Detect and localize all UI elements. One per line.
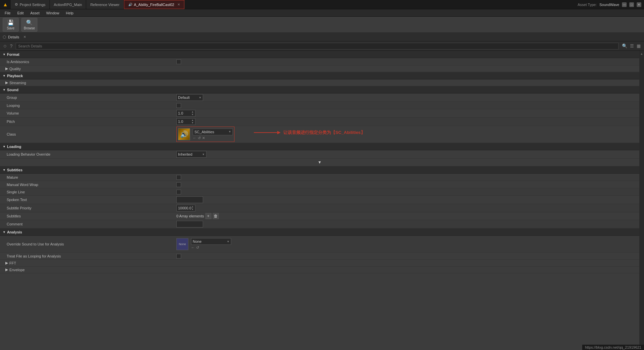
list-view-icon[interactable]: ☰ (629, 43, 635, 49)
tab-project-settings[interactable]: ⚙ Project Settings (11, 0, 50, 9)
pitch-spinner[interactable]: ▲ ▼ (191, 119, 194, 125)
streaming-chevron: ▶ (5, 80, 8, 85)
comment-label: Comment (0, 221, 174, 227)
volume-field[interactable]: 1.0 ▲ ▼ (176, 110, 195, 117)
pitch-down-arrow[interactable]: ▼ (191, 122, 194, 124)
override-sound-dropdown-arrow: ▼ (227, 240, 229, 243)
prop-override-sound: Override Sound to Use for Analysis None … (0, 236, 639, 252)
tab-reference-viewer[interactable]: Reference Viewer (86, 0, 124, 9)
pitch-up-arrow[interactable]: ▲ (191, 119, 194, 122)
section-loading[interactable]: ▼ Loading (0, 143, 639, 150)
maximize-btn[interactable]: □ (629, 2, 634, 7)
annotation-arrow: 让该音频进行指定分类为【SC_Abilities】 (254, 129, 365, 136)
details-tab[interactable]: Details (8, 35, 19, 39)
tab-reference-label: Reference Viewer (90, 3, 119, 7)
search-input[interactable] (16, 43, 619, 49)
save-button[interactable]: 💾 Save (3, 18, 19, 32)
none-thumbnail: None (176, 238, 188, 250)
override-sound-controls: None ▼ ← ↺ (191, 238, 231, 250)
menu-edit[interactable]: Edit (14, 10, 27, 16)
playback-label: Playback (7, 74, 23, 78)
menu-bar: File Edit Asset Window Help (0, 9, 644, 17)
class-back-icon[interactable]: ← (193, 136, 196, 140)
subtitles-add-btn[interactable]: + (205, 213, 211, 219)
subtitle-priority-up-arrow[interactable]: ▲ (191, 205, 194, 208)
subsection-fft[interactable]: ▶ FFT (0, 260, 639, 267)
group-dropdown[interactable]: Default ▼ (176, 94, 203, 101)
expand-more-row[interactable]: ▼ (0, 159, 639, 166)
subsection-quality[interactable]: ▶ Quality (0, 65, 639, 72)
subtitle-priority-spinner[interactable]: ▲ ▼ (191, 205, 194, 211)
subsection-streaming[interactable]: ▶ Streaming (0, 79, 639, 86)
single-line-checkbox[interactable] (176, 190, 181, 194)
sound-chevron: ▼ (3, 88, 6, 92)
browse-icon: 🔍 (26, 19, 33, 26)
looping-checkbox[interactable] (176, 103, 181, 108)
spoken-text-label: Spoken Text (0, 197, 174, 202)
subtitles-delete-btn[interactable]: 🗑 (213, 213, 219, 219)
group-dropdown-value: Default (178, 96, 190, 100)
tab-actionrpg-main[interactable]: ActionRPG_Main (50, 0, 86, 9)
treat-file-looping-checkbox[interactable] (176, 254, 181, 258)
treat-file-looping-label: Treat File as Looping for Analysis (0, 253, 174, 259)
override-sound-browse-icon[interactable]: ↺ (196, 245, 199, 250)
minimize-btn[interactable]: — (622, 2, 627, 7)
tab-close-btn[interactable]: ✕ (177, 3, 180, 6)
subtitles-array-label: Subtitles (0, 213, 174, 219)
subsection-envelope[interactable]: ▶ Envelope (0, 267, 639, 273)
subtitle-priority-value: 10000.0 ▲ ▼ (174, 204, 639, 212)
mature-checkbox[interactable] (176, 175, 181, 180)
search-icon[interactable]: 🔍 (621, 43, 628, 49)
section-subtitles[interactable]: ▼ Subtitles (0, 166, 639, 174)
title-bar: ▲ ⚙ Project Settings ActionRPG_Main Refe… (0, 0, 644, 9)
tab-sound-icon: 🔊 (128, 3, 132, 6)
class-browse-icon[interactable]: ↺ (198, 136, 201, 140)
quality-label: Quality (9, 67, 21, 71)
is-ambisonics-checkbox[interactable] (176, 59, 181, 64)
menu-asset[interactable]: Asset (27, 10, 43, 16)
tab-ability-fireballcast[interactable]: 🔊 A_Ability_FireBallCast02 ✕ (124, 0, 184, 9)
subtitles-array-count: 0 Array elements (176, 214, 204, 218)
override-sound-dropdown[interactable]: None ▼ (191, 238, 231, 245)
title-bar-controls: Asset Type: SoundWave — □ ✕ (578, 0, 644, 9)
menu-window[interactable]: Window (43, 10, 62, 16)
prop-single-line: Single Line (0, 188, 639, 196)
browse-button[interactable]: 🔍 Browse (21, 18, 37, 32)
details-tab-close[interactable]: ✕ (23, 35, 26, 39)
single-line-value (174, 189, 639, 195)
section-analysis[interactable]: ▼ Analysis (0, 228, 639, 236)
grid-view-icon[interactable]: ▦ (636, 43, 641, 49)
pitch-field[interactable]: 1.0 ▲ ▼ (176, 118, 195, 125)
override-sound-back-icon[interactable]: ← (191, 245, 195, 250)
comment-input[interactable] (176, 221, 203, 227)
subtitle-priority-label: Subtitle Priority (0, 205, 174, 211)
help-icon[interactable]: ? (9, 43, 13, 49)
loading-behavior-dropdown[interactable]: Inherited ▼ (176, 151, 206, 158)
loading-behavior-value: Inherited ▼ (174, 150, 639, 158)
volume-up-arrow[interactable]: ▲ (191, 111, 194, 113)
class-action-icons: ← ↺ ✕ (193, 136, 233, 140)
class-clear-icon[interactable]: ✕ (202, 136, 205, 140)
right-scrollbar[interactable]: ▲ ▼ (639, 51, 644, 350)
section-format[interactable]: ▼ Format (0, 51, 639, 58)
playback-chevron: ▼ (3, 74, 6, 77)
volume-spinner[interactable]: ▲ ▼ (191, 111, 194, 116)
svg-marker-1 (277, 131, 281, 134)
close-btn[interactable]: ✕ (637, 2, 641, 7)
subtitle-priority-down-arrow[interactable]: ▼ (191, 208, 194, 211)
analysis-chevron: ▼ (3, 230, 6, 234)
spoken-text-input[interactable] (176, 196, 203, 203)
override-sound-label: Override Sound to Use for Analysis (0, 241, 174, 247)
subtitle-priority-field[interactable]: 10000.0 ▲ ▼ (176, 205, 195, 211)
section-sound[interactable]: ▼ Sound (0, 86, 639, 94)
menu-file[interactable]: File (1, 10, 14, 16)
manual-word-wrap-label: Manual Word Wrap (0, 182, 174, 187)
search-left-icons: ○ ? (3, 42, 13, 50)
scroll-up-icon[interactable]: ▲ (640, 52, 643, 55)
volume-down-arrow[interactable]: ▼ (191, 113, 194, 116)
menu-help[interactable]: Help (62, 10, 77, 16)
manual-word-wrap-checkbox[interactable] (176, 182, 181, 187)
section-playback[interactable]: ▼ Playback (0, 72, 639, 79)
class-dropdown[interactable]: SC_Abilities ▼ (193, 129, 233, 135)
pitch-label: Pitch (0, 119, 174, 124)
